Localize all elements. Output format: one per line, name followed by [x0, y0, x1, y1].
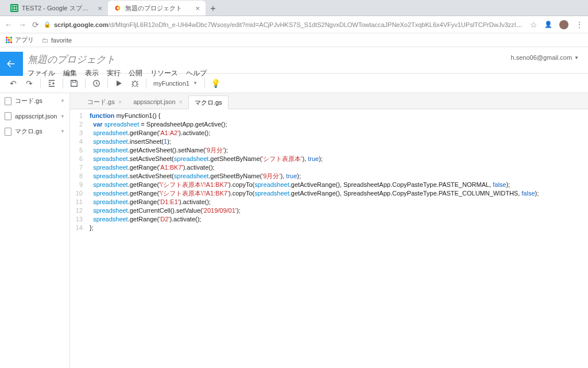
url-field[interactable]: 🔒 script.google.com/d/MtqnFIjL6R12oDfn_e… [44, 21, 525, 28]
close-icon[interactable]: × [118, 98, 122, 105]
editor-tab-code[interactable]: コード.gs× [82, 95, 127, 109]
apps-shortcut[interactable]: アプリ [6, 36, 34, 44]
line-gutter: 1234567891011121314 [70, 109, 86, 368]
editor-tab-macro[interactable]: マクロ.gs [188, 95, 229, 109]
star-icon[interactable]: ☆ [530, 20, 537, 29]
address-bar: ← → ⟳ 🔒 script.google.com/d/MtqnFIjL6R12… [0, 16, 588, 33]
separator [146, 78, 146, 89]
new-tab-button[interactable]: + [206, 2, 220, 16]
caret-down-icon: ▼ [193, 80, 198, 86]
close-icon[interactable]: × [179, 98, 183, 105]
forward-button[interactable]: → [18, 20, 26, 29]
function-select[interactable]: myFunction1 ▼ [150, 80, 201, 87]
tab-title: 無題のプロジェクト [125, 4, 192, 13]
sidebar-file-appsscript[interactable]: appsscript.json ▼ [0, 109, 69, 124]
ext-icon[interactable]: 👤 [544, 21, 552, 28]
code-content[interactable]: function myFunction1() { var spreadsheet… [86, 109, 588, 368]
bookmark-favorite[interactable]: 🗀 favorite [42, 37, 72, 44]
file-sidebar: コード.gs ▼ appsscript.json ▼ マクロ.gs ▼ [0, 93, 70, 368]
triggers-button[interactable] [89, 76, 104, 91]
menu-resources[interactable]: リソース [150, 68, 178, 78]
editor-tab-appsscript[interactable]: appsscript.json× [127, 95, 188, 109]
file-icon [5, 128, 11, 136]
menu-help[interactable]: ヘルプ [186, 68, 207, 78]
redo-button[interactable]: ↷ [22, 76, 37, 91]
sidebar-file-code[interactable]: コード.gs ▼ [0, 93, 69, 109]
undo-button[interactable]: ↶ [6, 76, 21, 91]
tab-title: TEST2 - Google スプレッドシー… [22, 4, 94, 13]
separator [85, 78, 86, 89]
editor: コード.gs× appsscript.json× マクロ.gs 12345678… [70, 93, 588, 368]
caret-down-icon[interactable]: ▼ [60, 129, 65, 134]
script-favicon [114, 4, 122, 12]
back-button[interactable]: ← [5, 20, 13, 29]
file-icon [5, 112, 11, 120]
save-button[interactable] [67, 76, 82, 91]
apps-script-header: 無題のプロジェクト ファイル 編集 表示 実行 公開 リソース ヘルプ h.se… [0, 47, 588, 74]
caret-down-icon[interactable]: ▼ [60, 114, 65, 119]
sheets-favicon [10, 4, 18, 12]
sidebar-file-macro[interactable]: マクロ.gs ▼ [0, 124, 69, 139]
addr-actions: ☆ 👤 ⋮ [530, 20, 583, 29]
separator [63, 78, 63, 89]
caret-down-icon[interactable]: ▼ [60, 98, 65, 103]
caret-down-icon: ▼ [574, 55, 579, 60]
browser-tab-0[interactable]: TEST2 - Google スプレッドシー… × [5, 1, 108, 16]
code-area[interactable]: 1234567891011121314 function myFunction1… [70, 109, 588, 368]
profile-icon[interactable] [559, 20, 568, 29]
editor-tab-strip: コード.gs× appsscript.json× マクロ.gs [70, 93, 588, 109]
bookmarks-bar: アプリ 🗀 favorite [0, 33, 588, 47]
folder-icon: 🗀 [42, 37, 48, 44]
svg-point-6 [133, 81, 137, 86]
nav-buttons: ← → ⟳ [5, 20, 39, 29]
project-title[interactable]: 無題のプロジェクト [28, 53, 511, 66]
run-button[interactable] [111, 76, 126, 91]
separator [107, 78, 108, 89]
apps-icon [6, 37, 12, 43]
back-to-drive-icon[interactable] [0, 52, 23, 76]
close-icon[interactable]: × [195, 4, 200, 13]
close-icon[interactable]: × [98, 4, 102, 13]
main-area: コード.gs ▼ appsscript.json ▼ マクロ.gs ▼ コード.… [0, 93, 588, 368]
browser-tab-strip: TEST2 - Google スプレッドシー… × 無題のプロジェクト × + [0, 0, 588, 16]
account-menu[interactable]: h.seno06@gmail.com ▼ [511, 53, 579, 61]
indent-button[interactable] [44, 76, 59, 91]
separator [204, 78, 205, 89]
separator [40, 78, 41, 89]
reload-button[interactable]: ⟳ [32, 20, 39, 29]
debug-button[interactable] [127, 76, 142, 91]
menu-icon[interactable]: ⋮ [575, 20, 583, 29]
lock-icon: 🔒 [44, 21, 51, 28]
browser-tab-1[interactable]: 無題のプロジェクト × [108, 1, 206, 16]
lightbulb-button[interactable]: 💡 [208, 76, 223, 91]
file-icon [5, 97, 11, 105]
